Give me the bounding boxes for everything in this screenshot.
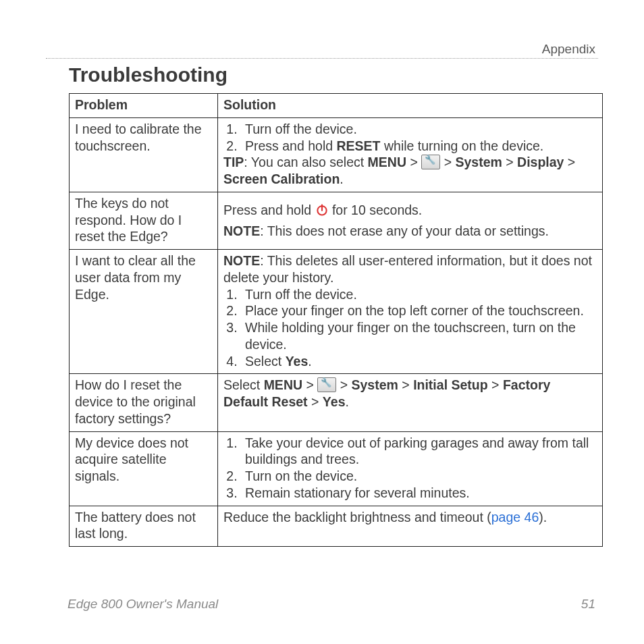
solution-cell: Press and hold for 10 seconds. NOTE: Thi…: [218, 192, 603, 249]
table-header-row: Problem Solution: [70, 94, 603, 118]
text: .: [308, 354, 311, 369]
text: Select: [223, 377, 264, 392]
step: Place your finger on the top left corner…: [241, 302, 597, 319]
text: : You can also select: [244, 155, 367, 169]
wrench-icon: [317, 377, 336, 392]
wrench-icon: [421, 155, 440, 169]
table-row: The keys do not respond. How do I reset …: [70, 192, 603, 249]
step-list: Turn off the device. Place your finger o…: [223, 286, 597, 370]
problem-cell: My device does not acquire satellite sig…: [70, 431, 218, 506]
power-icon: [315, 203, 329, 217]
solution-cell: Select MENU > > System > Initial Setup >…: [218, 374, 603, 431]
page-link[interactable]: page 46: [491, 510, 539, 525]
text: Press and hold: [223, 203, 315, 217]
display-label: Display: [517, 155, 564, 169]
step: While holding your finger on the touchsc…: [241, 319, 597, 353]
step: Turn off the device.: [241, 121, 597, 138]
text: for 10 seconds.: [329, 203, 423, 217]
menu-label: MENU: [264, 377, 302, 392]
table-row: I want to clear all the user data from m…: [70, 250, 603, 374]
text: >: [410, 155, 421, 169]
bold-text: Yes: [286, 354, 308, 369]
problem-cell: The keys do not respond. How do I reset …: [70, 192, 218, 249]
text: >: [306, 377, 317, 392]
page-title: Troubleshooting: [69, 63, 598, 86]
text: Reduce the backlight brightness and time…: [223, 510, 491, 525]
text: : This deletes all user-entered informat…: [223, 253, 592, 285]
text: .: [345, 394, 348, 409]
solution-cell: Turn off the device. Press and hold RESE…: [218, 117, 603, 192]
text: .: [340, 171, 343, 186]
step: Remain stationary for several minutes.: [241, 485, 597, 502]
menu-label: MENU: [368, 155, 406, 169]
manual-name: Edge 800 Owner's Manual: [68, 597, 218, 612]
bold-text: RESET: [337, 138, 381, 153]
step: Take your device out of parking garages …: [241, 435, 597, 468]
yes-label: Yes: [323, 394, 346, 409]
step-list: Turn off the device. Press and hold RESE…: [223, 121, 597, 155]
screen-calibration-label: Screen Calibration: [223, 171, 340, 186]
problem-cell: I need to calibrate the touchscreen.: [70, 117, 218, 192]
solution-cell: Reduce the backlight brightness and time…: [218, 506, 603, 547]
system-label: System: [455, 155, 502, 169]
solution-cell: Take your device out of parking garages …: [218, 431, 603, 506]
troubleshooting-table: Problem Solution I need to calibrate the…: [69, 93, 603, 547]
tip-line: TIP: You can also select MENU > > System…: [223, 154, 597, 188]
table-row: How do I reset the device to the origina…: [70, 374, 603, 431]
text: Press and hold: [245, 138, 337, 153]
line: Press and hold for 10 seconds.: [223, 202, 597, 219]
text: >: [402, 377, 413, 392]
step: Press and hold RESET while turning on th…: [241, 138, 597, 155]
page-footer: Edge 800 Owner's Manual 51: [68, 597, 595, 612]
col-header-solution: Solution: [218, 94, 603, 118]
note-label: NOTE: [223, 253, 260, 268]
table-row: My device does not acquire satellite sig…: [70, 431, 603, 506]
step: Select Yes.: [241, 353, 597, 370]
section-label: Appendix: [542, 42, 595, 57]
text: >: [340, 377, 352, 392]
table-row: I need to calibrate the touchscreen. Tur…: [70, 117, 603, 192]
problem-cell: The battery does not last long.: [70, 506, 218, 547]
table-row: The battery does not last long. Reduce t…: [70, 506, 603, 547]
text: >: [568, 155, 575, 169]
text: : This does not erase any of your data o…: [260, 223, 549, 238]
solution-cell: NOTE: This deletes all user-entered info…: [218, 250, 603, 374]
text: >: [491, 377, 503, 392]
step: Turn on the device.: [241, 468, 597, 485]
initial-setup-label: Initial Setup: [413, 377, 488, 392]
page: Appendix Troubleshooting Problem Solutio…: [0, 0, 644, 644]
note-line: NOTE: This does not erase any of your da…: [223, 223, 597, 240]
text: >: [311, 394, 323, 409]
text: ).: [539, 510, 547, 525]
page-number: 51: [581, 597, 595, 612]
system-label: System: [352, 377, 398, 392]
col-header-problem: Problem: [70, 94, 218, 118]
text: Select: [245, 354, 286, 369]
note-line: NOTE: This deletes all user-entered info…: [223, 252, 597, 286]
problem-cell: How do I reset the device to the origina…: [70, 374, 218, 431]
text: >: [506, 155, 517, 169]
note-label: NOTE: [223, 223, 260, 238]
step-list: Take your device out of parking garages …: [223, 435, 597, 502]
text: >: [444, 155, 456, 169]
step: Turn off the device.: [241, 286, 597, 303]
text: while turning on the device.: [381, 138, 544, 153]
problem-cell: I want to clear all the user data from m…: [70, 250, 218, 374]
header-divider: [46, 58, 598, 59]
tip-label: TIP: [223, 155, 244, 169]
